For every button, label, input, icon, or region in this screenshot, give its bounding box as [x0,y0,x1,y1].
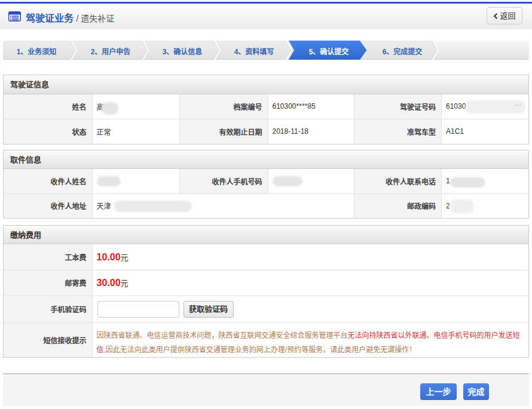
svg-text:5、确认提交: 5、确认提交 [309,47,349,56]
svg-text:6、完成提交: 6、完成提交 [383,47,423,56]
svg-text:1、业务须知: 1、业务须知 [17,47,57,56]
svg-text:3、确认信息: 3、确认信息 [163,47,203,56]
svg-text:2、用户申告: 2、用户申告 [91,47,131,56]
svg-text:4、资料填写: 4、资料填写 [234,47,274,56]
